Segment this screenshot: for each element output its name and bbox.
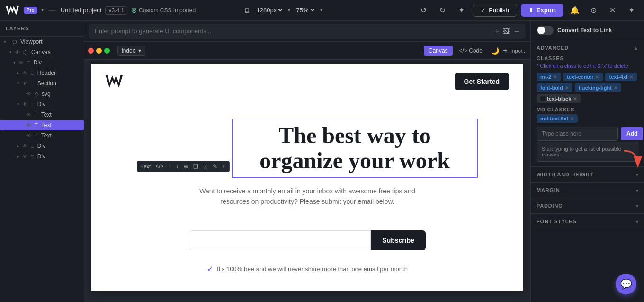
resolution-select[interactable]: 1280px: [254, 6, 284, 14]
zoom-select[interactable]: 75%: [294, 6, 316, 14]
html-toggle-button[interactable]: </>: [153, 162, 165, 171]
remove-class-md-text-6xl[interactable]: ✕: [570, 116, 574, 121]
class-tag-text-4xl[interactable]: text-4xl ✕: [605, 73, 637, 81]
remove-class-text-center[interactable]: ✕: [595, 74, 599, 80]
brightness-button[interactable]: ✦: [624, 3, 639, 18]
wrap-button[interactable]: ⊡: [201, 162, 210, 171]
font-styles-chevron: ▾: [636, 219, 638, 224]
undo-button[interactable]: ↺: [416, 3, 431, 18]
page-frame: Get Started Text </> ↑ ↓ ⊕ ❑ ⊡: [91, 64, 523, 291]
font-styles-header[interactable]: FONT STYLES ▾: [531, 214, 644, 229]
move-down-button[interactable]: ↓: [174, 162, 181, 171]
width-height-title: WIDTH AND HEIGHT: [537, 172, 593, 177]
redo-button[interactable]: ↻: [435, 3, 450, 18]
monitor-icon[interactable]: 🖥: [244, 7, 250, 14]
hero-heading[interactable]: The best way to organize your work: [236, 123, 473, 174]
page-selector[interactable]: index ▾: [117, 46, 145, 56]
page-disclaimer: ✓ It's 100% free and we will never share…: [91, 265, 523, 274]
publish-button[interactable]: ✓ Publish: [473, 4, 517, 17]
hero-subtext: Want to receive a monthly email in your …: [194, 186, 421, 207]
prompt-image-icon[interactable]: 🖼: [503, 27, 510, 35]
topbar: Pro ▾ — Untitled project v3.4.1 ⛓ Custom…: [0, 0, 644, 21]
chat-bubble[interactable]: 💬: [616, 274, 636, 294]
canvas-view-button[interactable]: Canvas: [424, 46, 453, 56]
magic-button[interactable]: ✦: [454, 3, 469, 18]
prompt-add-icon[interactable]: +: [495, 27, 499, 36]
class-dropdown: Start typing to get a list of possible c…: [537, 142, 638, 162]
class-tag-mt2[interactable]: mt-2 ✕: [537, 73, 561, 81]
import-button[interactable]: Impor...: [509, 48, 527, 54]
project-name[interactable]: Untitled project: [61, 7, 102, 14]
page-bar: index ▾ Canvas </> Code 🌙 + Impor...: [84, 42, 530, 60]
class-tag-md-text-6xl[interactable]: md:text-6xl ✕: [537, 114, 578, 123]
export-button[interactable]: ⬆ Export: [521, 4, 564, 17]
close-button[interactable]: ✕: [605, 3, 620, 18]
subscribe-button[interactable]: Subscribe: [371, 230, 426, 250]
remove-class-mt2[interactable]: ✕: [553, 74, 557, 80]
class-tag-tracking-tight[interactable]: tracking-tight ✕: [575, 83, 621, 92]
classes-hint: * Click on a class to edit it & 'x' to d…: [537, 63, 638, 69]
remove-class-text-4xl[interactable]: ✕: [629, 74, 633, 80]
layer-div-1[interactable]: ▾ 👁 □ Div: [0, 57, 84, 68]
layer-header[interactable]: ▸ 👁 □ Header: [0, 68, 84, 78]
layer-text-1[interactable]: ▸ 👁 T Text: [0, 110, 84, 120]
font-styles-title: FONT STYLES: [537, 219, 577, 224]
class-input-row: Add: [537, 127, 638, 141]
remove-class-text-black[interactable]: ✕: [573, 96, 577, 101]
class-tag-font-bold[interactable]: font-bold ✕: [537, 83, 572, 92]
layer-canvas[interactable]: ▾ 👁 ⬡ Canvas: [0, 47, 84, 57]
copy-button[interactable]: ⊕: [182, 162, 190, 171]
class-tag-text-black[interactable]: text-black ✕: [537, 94, 581, 103]
margin-header[interactable]: MARGIN ▾: [531, 183, 644, 198]
layer-svg[interactable]: ▸ 👁 ◇ svg: [0, 89, 84, 99]
version-badge[interactable]: v3.4.1: [105, 6, 127, 15]
convert-link-toggle: Convert Text to Link: [531, 21, 644, 40]
topbar-center: 🖥 1280px ▾ 75% ▾: [244, 6, 322, 14]
add-class-button[interactable]: Add: [621, 127, 643, 140]
topbar-right: ↺ ↻ ✦ ✓ Publish ⬆ Export 🔔 ⊙ ✕ ✦: [416, 3, 639, 18]
prompt-send-icon[interactable]: →: [513, 27, 520, 35]
class-tag-text-center[interactable]: text-center ✕: [563, 73, 603, 81]
toggle-switch[interactable]: [537, 26, 554, 35]
check-circle-icon: ✓: [481, 7, 486, 14]
advanced-chevron: ▲: [634, 46, 638, 51]
dot-red: [88, 48, 94, 54]
prompt-toolbar: + 🖼 →: [84, 21, 530, 42]
link-icon: ⛓: [131, 7, 137, 14]
code-view-button[interactable]: </> Code: [455, 46, 487, 56]
advanced-header[interactable]: ADVANCED ▲: [531, 40, 644, 55]
dark-mode-toggle[interactable]: 🌙: [491, 47, 499, 55]
get-started-button[interactable]: Get Started: [455, 73, 509, 90]
font-styles-section: FONT STYLES ▾: [531, 214, 644, 229]
class-tags: mt-2 ✕ text-center ✕ text-4xl ✕ font-bol…: [537, 73, 638, 103]
selected-text-container[interactable]: The best way to organize your work: [232, 119, 478, 178]
email-input[interactable]: [189, 230, 371, 250]
canvas-area: + 🖼 → index ▾ Canvas </> Code: [84, 21, 530, 302]
duplicate-button[interactable]: ❑: [191, 162, 200, 171]
layer-section[interactable]: ▾ 👁 □ Section: [0, 78, 84, 89]
dot-yellow: [96, 48, 102, 54]
layer-text-2[interactable]: ▸ 👁 T Text: [0, 120, 84, 130]
check-icon: ✓: [207, 265, 213, 274]
add-page-button[interactable]: +: [503, 46, 507, 55]
remove-class-font-bold[interactable]: ✕: [565, 85, 569, 91]
advanced-title: ADVANCED: [537, 45, 569, 51]
prompt-input[interactable]: [95, 27, 491, 35]
custom-css-button[interactable]: ⛓ Custom CSS Imported: [131, 7, 196, 14]
layer-div-4[interactable]: ▸ 👁 □ Div: [0, 151, 84, 162]
canvas-viewport[interactable]: Get Started Text </> ↑ ↓ ⊕ ❑ ⊡: [84, 60, 530, 302]
layer-text-3[interactable]: ▸ 👁 T Text: [0, 130, 84, 141]
layer-div-3[interactable]: ▸ 👁 □ Div: [0, 141, 84, 151]
layer-viewport[interactable]: ▾ ⬡ Viewport: [0, 37, 84, 47]
add-element-button[interactable]: +: [220, 162, 227, 171]
edit-button[interactable]: ✎: [211, 162, 219, 171]
class-input[interactable]: [537, 127, 618, 141]
project-dropdown-arrow[interactable]: ▾: [41, 8, 44, 13]
padding-header[interactable]: PADDING ▾: [531, 198, 644, 213]
move-up-button[interactable]: ↑: [167, 162, 173, 171]
remove-class-tracking-tight[interactable]: ✕: [614, 85, 617, 91]
settings-button[interactable]: ⊙: [586, 3, 601, 18]
notifications-button[interactable]: 🔔: [567, 3, 582, 18]
md-classes-title: MD CLASSES: [537, 107, 638, 112]
layer-div-2[interactable]: ▾ 👁 □ Div: [0, 99, 84, 110]
